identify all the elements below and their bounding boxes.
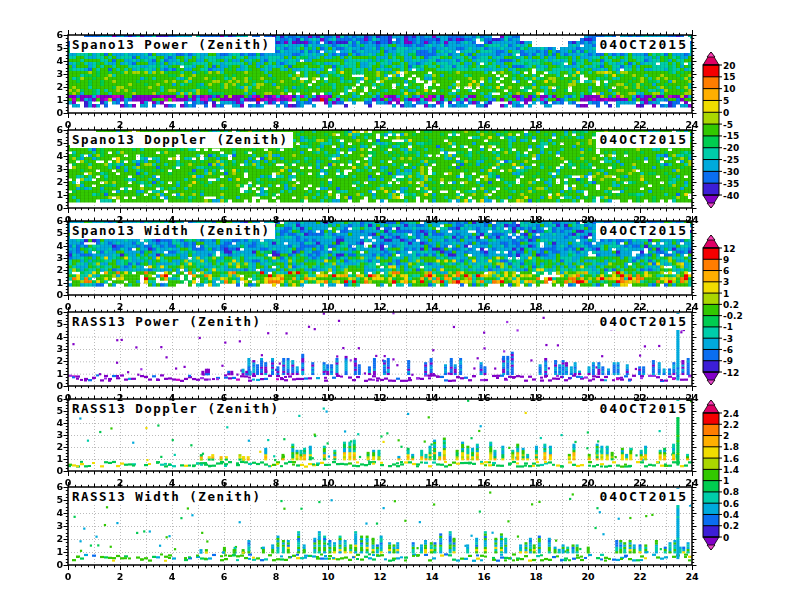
- x-tick-label: 0: [65, 301, 72, 312]
- x-tick-label: 10: [321, 392, 334, 403]
- x-tick-label: 18: [529, 214, 542, 225]
- y-tick-label: 3: [47, 252, 63, 263]
- colorbar-top-arrow-tip: [707, 235, 715, 240]
- x-tick-label: 4: [169, 571, 176, 582]
- y-tick-label: 1: [47, 453, 63, 464]
- colorbar-tick-label: 1.4: [723, 465, 739, 475]
- x-tick-label: 16: [477, 477, 490, 488]
- date-label: 04OCT2015: [596, 401, 690, 417]
- colorbar-segment: [703, 148, 719, 160]
- y-tick-label: 6: [47, 29, 63, 40]
- colorbar-segment: [703, 124, 719, 136]
- colorbar-segment: [703, 89, 719, 101]
- x-tick-label: 8: [273, 301, 280, 312]
- x-tick-label: 8: [273, 119, 280, 130]
- x-tick-label: 16: [477, 301, 490, 312]
- colorbar-segment: [703, 413, 719, 425]
- panel-title: Spano13 Doppler (Zenith): [70, 132, 293, 148]
- x-tick-label: 20: [581, 214, 594, 225]
- x-tick-label: 0: [65, 571, 72, 582]
- colorbar-segment: [703, 100, 719, 112]
- wind-profiler-figure: Spano13 Power (Zenith)04OCT2015 Spano13 …: [0, 0, 792, 612]
- x-tick-label: 10: [321, 571, 334, 582]
- colorbar-segment: [703, 526, 719, 538]
- y-tick-label: 2: [47, 355, 63, 366]
- colorbar-segment: [703, 458, 719, 470]
- colorbar-spano-power-doppler: 20151050-5-15-20-25-30-35-40: [700, 52, 760, 212]
- x-tick-label: 18: [529, 571, 542, 582]
- panel-title: RASS13 Width (Zenith): [70, 489, 266, 505]
- panel-title: Spano13 Width (Zenith): [70, 223, 275, 239]
- x-tick-label: 12: [373, 214, 386, 225]
- x-tick-label: 22: [633, 119, 646, 130]
- y-tick-label: 1: [47, 368, 63, 379]
- x-tick-label: 14: [425, 477, 438, 488]
- colorbar-tick-label: -25: [723, 155, 739, 165]
- y-tick-label: 0: [47, 202, 63, 213]
- y-tick-label: 4: [47, 331, 63, 342]
- colorbar-tick-label: -20: [723, 143, 739, 153]
- x-tick-label: 12: [373, 477, 386, 488]
- colorbar-segment: [703, 447, 719, 459]
- colorbar-tick-label: 20: [723, 61, 736, 71]
- y-tick-label: 3: [47, 68, 63, 79]
- date-label: 04OCT2015: [596, 489, 690, 505]
- colorbar-tick-label: 1.6: [723, 454, 739, 464]
- y-tick-label: 5: [47, 405, 63, 416]
- x-tick-label: 24: [685, 571, 698, 582]
- colorbar-tick-label: 0.8: [723, 487, 739, 497]
- y-tick-label: 3: [47, 343, 63, 354]
- colorbar-segment: [703, 492, 719, 504]
- colorbar-segment: [703, 469, 719, 481]
- colorbar-svg: 1296310.2-0.2-1-3-6-9-12: [700, 235, 760, 385]
- colorbar-bottom-arrow-tip: [707, 203, 715, 208]
- y-tick-label: 6: [47, 306, 63, 317]
- x-tick-label: 4: [169, 119, 176, 130]
- x-tick-label: 14: [425, 301, 438, 312]
- panel-title: RASS13 Doppler (Zenith): [70, 401, 284, 417]
- colorbar-top-arrow-tip: [707, 52, 715, 57]
- colorbar-tick-label: -9: [723, 356, 733, 366]
- colorbar-tick-label: 0.2: [723, 521, 739, 531]
- y-tick-label: 0: [47, 289, 63, 300]
- y-tick-label: 2: [47, 176, 63, 187]
- x-tick-label: 14: [425, 571, 438, 582]
- colorbar-tick-label: -35: [723, 179, 739, 189]
- x-tick-label: 12: [373, 571, 386, 582]
- panel-title: RASS13 Power (Zenith): [70, 314, 266, 330]
- colorbar-tick-label: -1: [723, 322, 733, 332]
- y-tick-label: 0: [47, 465, 63, 476]
- x-tick-label: 2: [117, 477, 124, 488]
- x-tick-label: 4: [169, 301, 176, 312]
- x-tick-label: 4: [169, 477, 176, 488]
- y-tick-label: 3: [47, 163, 63, 174]
- y-tick-label: 5: [47, 494, 63, 505]
- colorbar-tick-label: -6: [723, 345, 733, 355]
- colorbar-segment: [703, 304, 719, 316]
- y-tick-label: 2: [47, 264, 63, 275]
- colorbar-tick-label: 2: [723, 431, 729, 441]
- colorbar-tick-label: 1: [723, 289, 729, 299]
- colorbar-segment: [703, 77, 719, 89]
- x-tick-label: 14: [425, 392, 438, 403]
- colorbar-segment: [703, 481, 719, 493]
- y-tick-label: 4: [47, 150, 63, 161]
- x-tick-label: 6: [221, 571, 228, 582]
- y-tick-label: 1: [47, 189, 63, 200]
- colorbar-rass-doppler-width: 2.42.221.81.61.410.80.60.40.20: [700, 400, 760, 554]
- y-tick-label: 1: [47, 277, 63, 288]
- x-tick-label: 8: [273, 571, 280, 582]
- colorbar-segment: [703, 248, 719, 260]
- y-tick-label: 4: [47, 507, 63, 518]
- colorbar-tick-label: 1: [723, 476, 729, 486]
- x-tick-label: 6: [221, 301, 228, 312]
- y-tick-label: 6: [47, 481, 63, 492]
- x-tick-label: 20: [581, 571, 594, 582]
- colorbar-tick-label: 10: [723, 84, 736, 94]
- colorbar-tick-label: 6: [723, 266, 729, 276]
- colorbar-tick-label: -12: [723, 368, 739, 378]
- y-tick-label: 2: [47, 441, 63, 452]
- x-tick-label: 16: [477, 571, 490, 582]
- colorbar-segment: [703, 293, 719, 305]
- x-tick-label: 18: [529, 301, 542, 312]
